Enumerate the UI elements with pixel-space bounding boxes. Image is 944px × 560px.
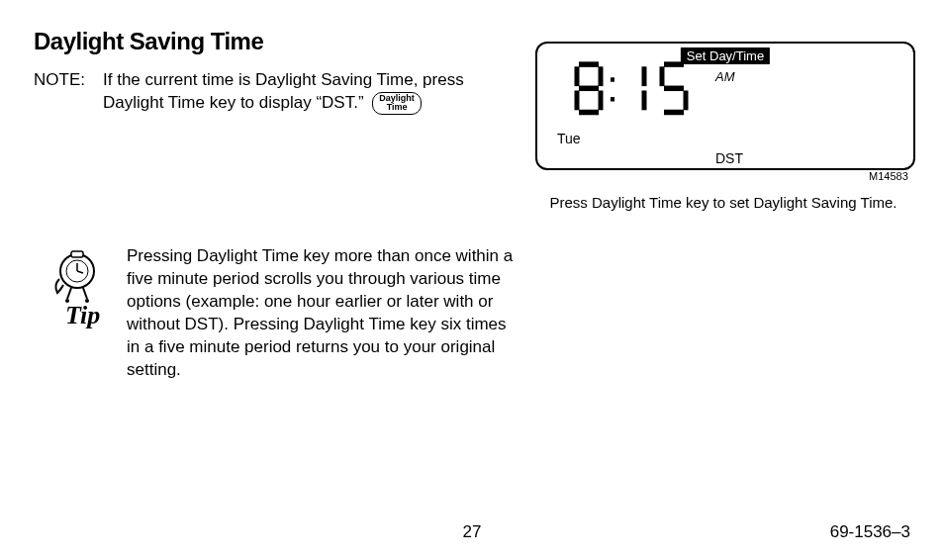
lcd-day: Tue — [557, 131, 581, 146]
svg-rect-16 — [611, 77, 614, 81]
key-label-line2: Time — [379, 103, 415, 112]
tip-clock-icon — [47, 249, 127, 309]
lcd-dst-indicator: DST — [715, 150, 743, 166]
manual-page: Daylight Saving Time NOTE: If the curren… — [0, 0, 944, 560]
svg-line-6 — [83, 288, 87, 299]
note-label: NOTE: — [34, 69, 103, 115]
tip-label: Tip — [65, 301, 100, 330]
svg-rect-2 — [71, 251, 83, 257]
page-number: 27 — [0, 522, 944, 542]
daylight-time-key-icon: Daylight Time — [372, 92, 422, 115]
figure-code: M14583 — [869, 170, 908, 182]
lcd-ampm: AM — [715, 69, 735, 84]
tip-body: Pressing Daylight Time key more than onc… — [127, 245, 522, 382]
document-number: 69-1536–3 — [830, 522, 910, 542]
note-body: If the current time is Daylight Saving T… — [103, 69, 528, 115]
note-text-line1: If the current time is Daylight Saving T… — [103, 70, 464, 89]
figure-caption: Press Daylight Time key to set Daylight … — [535, 194, 911, 211]
svg-rect-17 — [611, 97, 614, 101]
note-block: NOTE: If the current time is Daylight Sa… — [34, 69, 528, 115]
lcd-time-value — [573, 60, 711, 133]
note-text-line2: Daylight Time key to display “DST.” — [103, 93, 364, 112]
page-heading: Daylight Saving Time — [34, 28, 263, 55]
svg-line-5 — [67, 288, 71, 299]
thermostat-display: Set Day/Time — [535, 42, 915, 170]
